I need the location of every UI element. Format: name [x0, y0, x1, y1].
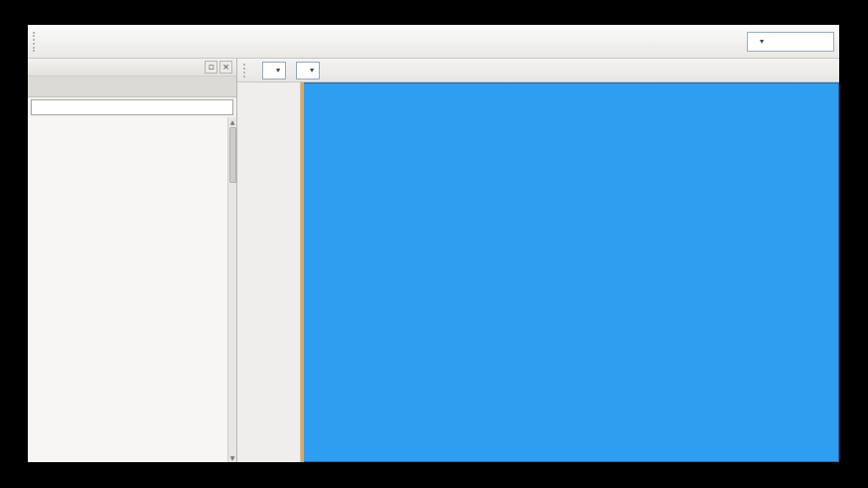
- modulebar-grip[interactable]: [243, 64, 248, 78]
- work-area: ▾ ▾: [237, 59, 839, 462]
- module-select[interactable]: ▾: [262, 62, 286, 80]
- main-toolbar: ▾: [28, 25, 839, 59]
- node-filter-input[interactable]: [31, 99, 233, 115]
- scroll-down-icon[interactable]: ▼: [230, 453, 235, 462]
- module-bar: ▾ ▾: [237, 59, 839, 82]
- app-window: ▾ ▫ × ▲ ▼: [28, 25, 839, 462]
- screen: ▾ ▫ × ▲ ▼: [0, 0, 868, 488]
- filter-row: [28, 97, 236, 117]
- main-content: ▫ × ▲ ▼: [28, 59, 839, 462]
- model-tree: ▲ ▼: [28, 117, 236, 462]
- model-select[interactable]: ▾: [296, 62, 320, 80]
- tree-scrollbar[interactable]: ▲ ▼: [227, 117, 236, 462]
- caret-down-icon: ▾: [276, 66, 280, 75]
- module-preset-combo[interactable]: ▾: [747, 32, 834, 52]
- panel-tabs: [28, 77, 236, 97]
- panel-close-button[interactable]: ×: [219, 61, 232, 74]
- tool-strip: [237, 82, 301, 462]
- scroll-thumb[interactable]: [229, 127, 236, 183]
- project-panel: ▫ × ▲ ▼: [28, 59, 237, 462]
- panel-header: ▫ ×: [28, 59, 236, 77]
- caret-down-icon: ▾: [310, 66, 314, 75]
- viewport-3d[interactable]: [304, 82, 839, 462]
- caret-down-icon: ▾: [760, 37, 764, 46]
- panel-float-button[interactable]: ▫: [205, 61, 217, 74]
- viewport-row: [237, 82, 839, 462]
- toolbar-grip[interactable]: [33, 32, 38, 52]
- scroll-up-icon[interactable]: ▲: [230, 117, 235, 126]
